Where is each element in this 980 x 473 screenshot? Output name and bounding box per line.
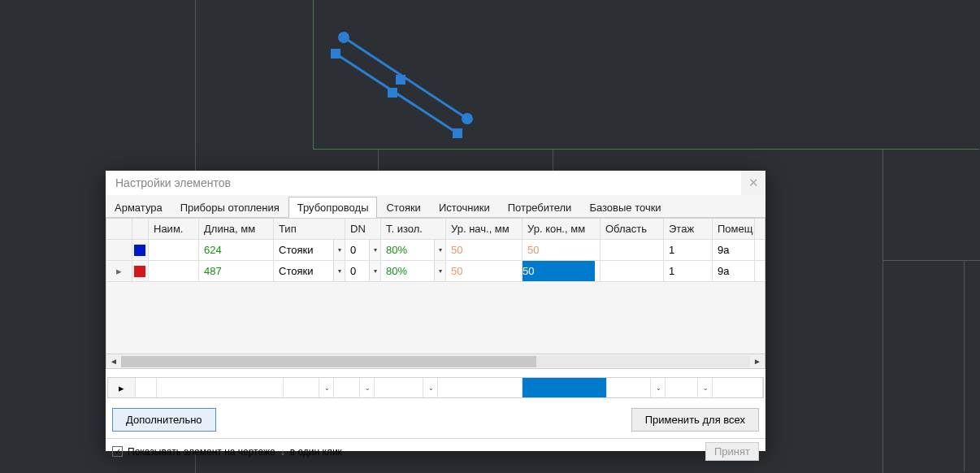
tab-armatura[interactable]: Арматура (106, 197, 171, 218)
table-row[interactable]: 624 Стояки▾ 0▾ 80%▾ 50 50 1 9a (106, 240, 765, 261)
show-on-drawing-checkbox[interactable]: ✓ Показывать элемент на чертеже (112, 446, 275, 458)
additional-button[interactable]: Дополнительно (112, 408, 216, 432)
svg-rect-5 (453, 128, 462, 138)
col-urnach[interactable]: Ур. нач., мм (446, 219, 523, 239)
grid-empty-area (106, 282, 765, 354)
dropdown-icon[interactable]: ⌄ (365, 384, 371, 392)
tab-bar: Арматура Приборы отопления Трубопроводы … (106, 195, 765, 218)
svg-rect-7 (388, 88, 397, 98)
col-color (132, 219, 149, 239)
dropdown-icon[interactable]: ⌄ (656, 384, 661, 392)
one-click-label: в один клик (290, 446, 342, 458)
col-oblast[interactable]: Область (601, 219, 664, 239)
svg-rect-4 (331, 49, 340, 59)
elements-grid[interactable]: Наим. Длина, мм Тип DN Т. изол. Ур. нач.… (106, 219, 765, 368)
element-settings-dialog: Настройки элементов ✕ Арматура Приборы о… (106, 171, 765, 451)
col-etazh[interactable]: Этаж (664, 219, 713, 239)
scroll-left-icon[interactable]: ◄ (106, 354, 121, 369)
col-type[interactable]: Тип (274, 219, 345, 239)
svg-point-3 (462, 113, 473, 124)
dropdown-icon[interactable]: ▾ (434, 261, 445, 281)
svg-rect-6 (396, 75, 405, 85)
dropdown-icon[interactable]: ▾ (434, 240, 445, 260)
dropdown-icon[interactable]: ⌄ (324, 384, 330, 392)
col-length[interactable]: Длина, мм (199, 219, 274, 239)
svg-point-2 (338, 32, 349, 43)
bulk-edit-row[interactable]: ▸ ⌄ ⌄ ⌄ ⌄ ⌄ (107, 377, 764, 398)
dropdown-icon[interactable]: ▾ (333, 240, 345, 260)
color-swatch (134, 266, 145, 277)
col-name[interactable]: Наим. (149, 219, 199, 239)
dialog-title: Настройки элементов (115, 176, 231, 189)
tab-istochniki[interactable]: Источники (430, 197, 499, 218)
bulk-selected-cell[interactable] (523, 378, 607, 397)
apply-all-button[interactable]: Применить для всех (631, 408, 759, 432)
col-dn[interactable]: DN (345, 219, 381, 239)
dropdown-icon[interactable]: ▾ (333, 261, 345, 281)
dropdown-icon[interactable]: ⌄ (703, 384, 709, 392)
accept-button[interactable]: Принят (705, 442, 759, 461)
dropdown-icon[interactable]: ⌄ (428, 384, 434, 392)
separator-icon: ↓ (280, 446, 285, 458)
col-pomesh[interactable]: Помещ (713, 219, 755, 239)
table-row[interactable]: ▸ 487 Стояки▾ 0▾ 80%▾ 50 50 1 9a (106, 261, 765, 282)
tab-potrebiteli[interactable]: Потребители (499, 197, 581, 218)
tab-stoyaki[interactable]: Стояки (377, 197, 429, 218)
tab-bazovye[interactable]: Базовые точки (580, 197, 670, 218)
close-button[interactable]: ✕ (741, 171, 765, 195)
dropdown-icon[interactable]: ▾ (369, 240, 380, 260)
tab-truboprovody[interactable]: Трубопроводы (288, 197, 378, 218)
dropdown-icon[interactable]: ▾ (369, 261, 380, 281)
scroll-thumb[interactable] (121, 356, 536, 367)
scroll-right-icon[interactable]: ► (750, 354, 765, 369)
col-urkon[interactable]: Ур. кон., мм (523, 219, 601, 239)
pipe-drawing (329, 24, 492, 138)
tab-pribory[interactable]: Приборы отопления (171, 197, 288, 218)
row-header-blank (106, 219, 132, 239)
color-swatch (134, 245, 145, 256)
horizontal-scrollbar[interactable]: ◄ ► (106, 354, 765, 368)
col-tiso[interactable]: Т. изол. (381, 219, 446, 239)
